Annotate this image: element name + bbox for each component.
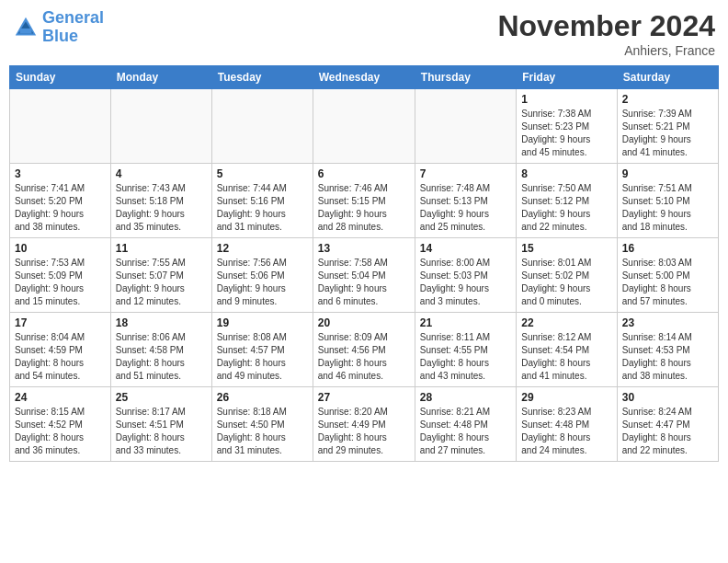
day-info: Sunrise: 7:50 AM Sunset: 5:12 PM Dayligh…	[521, 182, 611, 234]
day-info: Sunrise: 8:12 AM Sunset: 4:54 PM Dayligh…	[521, 331, 611, 383]
calendar-week-5: 24Sunrise: 8:15 AM Sunset: 4:52 PM Dayli…	[10, 387, 719, 462]
calendar-cell: 26Sunrise: 8:18 AM Sunset: 4:50 PM Dayli…	[211, 387, 313, 462]
calendar-cell: 17Sunrise: 8:04 AM Sunset: 4:59 PM Dayli…	[10, 313, 111, 387]
calendar-cell: 11Sunrise: 7:55 AM Sunset: 5:07 PM Dayli…	[110, 238, 211, 313]
day-number: 19	[217, 316, 308, 329]
day-number: 26	[217, 391, 308, 404]
day-info: Sunrise: 7:46 AM Sunset: 5:15 PM Dayligh…	[318, 182, 410, 234]
day-number: 29	[521, 391, 611, 404]
logo-text: General Blue	[42, 9, 104, 46]
day-info: Sunrise: 8:09 AM Sunset: 4:56 PM Dayligh…	[318, 331, 410, 383]
day-number: 27	[318, 391, 410, 404]
day-number: 8	[521, 167, 611, 180]
day-info: Sunrise: 8:03 AM Sunset: 5:00 PM Dayligh…	[622, 257, 713, 308]
day-number: 1	[521, 93, 611, 106]
day-info: Sunrise: 7:53 AM Sunset: 5:09 PM Dayligh…	[15, 257, 106, 308]
day-number: 30	[622, 391, 713, 404]
day-info: Sunrise: 7:38 AM Sunset: 5:23 PM Dayligh…	[521, 108, 611, 159]
day-number: 17	[15, 316, 106, 329]
day-number: 25	[116, 391, 207, 404]
calendar-cell: 16Sunrise: 8:03 AM Sunset: 5:00 PM Dayli…	[617, 238, 718, 313]
day-number: 9	[622, 167, 713, 180]
calendar-cell: 12Sunrise: 7:56 AM Sunset: 5:06 PM Dayli…	[211, 238, 313, 313]
day-info: Sunrise: 8:23 AM Sunset: 4:48 PM Dayligh…	[521, 406, 611, 457]
day-number: 14	[420, 242, 511, 255]
calendar-cell: 1Sunrise: 7:38 AM Sunset: 5:23 PM Daylig…	[517, 89, 617, 164]
calendar-cell: 2Sunrise: 7:39 AM Sunset: 5:21 PM Daylig…	[617, 89, 718, 164]
day-number: 24	[15, 391, 106, 404]
day-number: 20	[318, 316, 410, 329]
month-title: November 2024	[497, 9, 715, 43]
header-sunday: Sunday	[10, 66, 111, 89]
calendar-cell	[10, 89, 111, 164]
day-info: Sunrise: 8:24 AM Sunset: 4:47 PM Dayligh…	[622, 406, 713, 457]
day-info: Sunrise: 8:00 AM Sunset: 5:03 PM Dayligh…	[420, 257, 511, 308]
calendar-cell: 5Sunrise: 7:44 AM Sunset: 5:16 PM Daylig…	[211, 164, 313, 238]
day-number: 22	[521, 316, 611, 329]
calendar-cell: 21Sunrise: 8:11 AM Sunset: 4:55 PM Dayli…	[415, 313, 516, 387]
day-number: 4	[116, 167, 207, 180]
calendar-cell: 20Sunrise: 8:09 AM Sunset: 4:56 PM Dayli…	[313, 313, 415, 387]
location: Anhiers, France	[497, 43, 715, 58]
svg-rect-2	[19, 29, 31, 34]
day-info: Sunrise: 7:41 AM Sunset: 5:20 PM Dayligh…	[15, 182, 106, 234]
day-number: 3	[15, 167, 106, 180]
calendar-header-row: SundayMondayTuesdayWednesdayThursdayFrid…	[10, 66, 719, 89]
day-info: Sunrise: 8:17 AM Sunset: 4:51 PM Dayligh…	[116, 406, 207, 457]
day-number: 23	[622, 316, 713, 329]
calendar-cell	[110, 89, 211, 164]
day-info: Sunrise: 7:56 AM Sunset: 5:06 PM Dayligh…	[217, 257, 308, 308]
day-info: Sunrise: 7:55 AM Sunset: 5:07 PM Dayligh…	[116, 257, 207, 308]
logo-icon	[13, 15, 39, 40]
day-info: Sunrise: 7:39 AM Sunset: 5:21 PM Dayligh…	[622, 108, 713, 159]
day-info: Sunrise: 8:15 AM Sunset: 4:52 PM Dayligh…	[15, 406, 106, 457]
calendar-cell: 29Sunrise: 8:23 AM Sunset: 4:48 PM Dayli…	[517, 387, 617, 462]
calendar-cell: 14Sunrise: 8:00 AM Sunset: 5:03 PM Dayli…	[415, 238, 516, 313]
day-info: Sunrise: 8:01 AM Sunset: 5:02 PM Dayligh…	[521, 257, 611, 308]
calendar-cell: 7Sunrise: 7:48 AM Sunset: 5:13 PM Daylig…	[415, 164, 516, 238]
day-number: 18	[116, 316, 207, 329]
calendar-cell: 19Sunrise: 8:08 AM Sunset: 4:57 PM Dayli…	[211, 313, 313, 387]
day-info: Sunrise: 8:21 AM Sunset: 4:48 PM Dayligh…	[420, 406, 511, 457]
day-number: 21	[420, 316, 511, 329]
calendar-cell	[211, 89, 313, 164]
day-number: 28	[420, 391, 511, 404]
day-info: Sunrise: 8:18 AM Sunset: 4:50 PM Dayligh…	[217, 406, 308, 457]
day-info: Sunrise: 8:08 AM Sunset: 4:57 PM Dayligh…	[217, 331, 308, 383]
header-tuesday: Tuesday	[211, 66, 313, 89]
calendar-cell	[415, 89, 516, 164]
header-wednesday: Wednesday	[313, 66, 415, 89]
calendar-cell: 18Sunrise: 8:06 AM Sunset: 4:58 PM Dayli…	[110, 313, 211, 387]
day-number: 10	[15, 242, 106, 255]
calendar-cell: 9Sunrise: 7:51 AM Sunset: 5:10 PM Daylig…	[617, 164, 718, 238]
calendar-cell: 15Sunrise: 8:01 AM Sunset: 5:02 PM Dayli…	[517, 238, 617, 313]
calendar-week-2: 3Sunrise: 7:41 AM Sunset: 5:20 PM Daylig…	[10, 164, 719, 238]
day-number: 7	[420, 167, 511, 180]
day-info: Sunrise: 8:14 AM Sunset: 4:53 PM Dayligh…	[622, 331, 713, 383]
calendar-week-1: 1Sunrise: 7:38 AM Sunset: 5:23 PM Daylig…	[10, 89, 719, 164]
day-info: Sunrise: 7:48 AM Sunset: 5:13 PM Dayligh…	[420, 182, 511, 234]
calendar-cell: 10Sunrise: 7:53 AM Sunset: 5:09 PM Dayli…	[10, 238, 111, 313]
header-thursday: Thursday	[415, 66, 516, 89]
day-number: 16	[622, 242, 713, 255]
day-info: Sunrise: 7:43 AM Sunset: 5:18 PM Dayligh…	[116, 182, 207, 234]
day-number: 5	[217, 167, 308, 180]
day-number: 13	[318, 242, 410, 255]
calendar-cell: 3Sunrise: 7:41 AM Sunset: 5:20 PM Daylig…	[10, 164, 111, 238]
calendar-cell: 30Sunrise: 8:24 AM Sunset: 4:47 PM Dayli…	[617, 387, 718, 462]
logo: General Blue	[13, 9, 104, 46]
header-friday: Friday	[517, 66, 617, 89]
day-info: Sunrise: 8:20 AM Sunset: 4:49 PM Dayligh…	[318, 406, 410, 457]
day-info: Sunrise: 7:51 AM Sunset: 5:10 PM Dayligh…	[622, 182, 713, 234]
day-info: Sunrise: 8:06 AM Sunset: 4:58 PM Dayligh…	[116, 331, 207, 383]
calendar-cell: 23Sunrise: 8:14 AM Sunset: 4:53 PM Dayli…	[617, 313, 718, 387]
page-header: General Blue November 2024 Anhiers, Fran…	[9, 9, 719, 58]
calendar-cell: 13Sunrise: 7:58 AM Sunset: 5:04 PM Dayli…	[313, 238, 415, 313]
calendar-cell: 28Sunrise: 8:21 AM Sunset: 4:48 PM Dayli…	[415, 387, 516, 462]
day-number: 11	[116, 242, 207, 255]
day-number: 15	[521, 242, 611, 255]
calendar-table: SundayMondayTuesdayWednesdayThursdayFrid…	[9, 65, 719, 462]
day-info: Sunrise: 8:04 AM Sunset: 4:59 PM Dayligh…	[15, 331, 106, 383]
day-info: Sunrise: 8:11 AM Sunset: 4:55 PM Dayligh…	[420, 331, 511, 383]
calendar-week-3: 10Sunrise: 7:53 AM Sunset: 5:09 PM Dayli…	[10, 238, 719, 313]
